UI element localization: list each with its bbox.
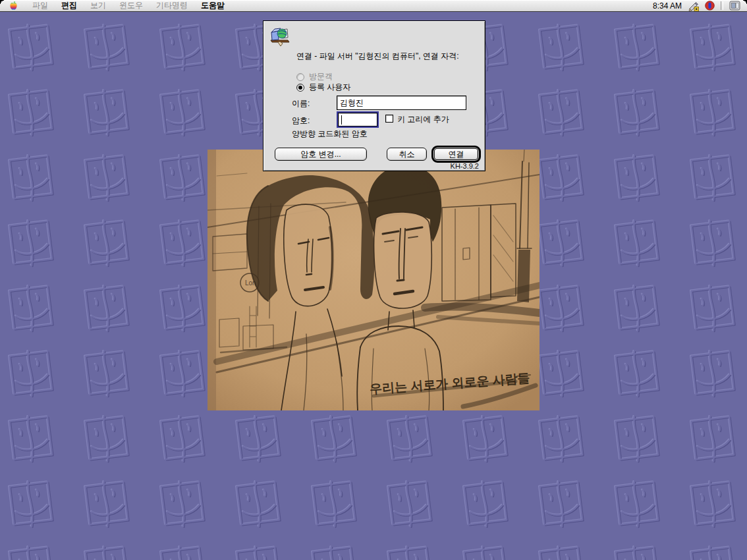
- menu-file: 파일: [26, 0, 55, 11]
- encryption-note: 양방향 코드화된 암호: [292, 128, 368, 140]
- artwork-image[interactable]: Lon 우리는 서로가 외로운 사람들: [208, 150, 540, 410]
- sketch-bubble-text: Lon: [245, 279, 256, 287]
- version-text: KH-3.9.2: [451, 162, 479, 170]
- password-label: 암호:: [292, 115, 310, 126]
- guest-radio: [296, 73, 304, 81]
- apple-logo-icon: [9, 1, 18, 11]
- tray-separator: [721, 1, 723, 10]
- paper-edge-shadow: [208, 150, 216, 410]
- password-input[interactable]: [338, 113, 377, 126]
- menu-window: 윈도우: [113, 0, 150, 11]
- change-password-button[interactable]: 암호 변경...: [275, 148, 367, 161]
- file-server-icon: [269, 26, 291, 47]
- dialog-title-text: 연결 - 파일 서버 "김형진의 컴퓨터", 연결 자격:: [296, 51, 482, 61]
- screen-corner-left: [0, 0, 4, 4]
- menu-special: 기타명령: [150, 0, 194, 11]
- application-menu-icon[interactable]: [729, 1, 740, 11]
- connect-dialog: 연결 - 파일 서버 "김형진의 컴퓨터", 연결 자격: 방문객 등록 사용자…: [263, 20, 485, 171]
- menu-help[interactable]: 도움말: [194, 0, 231, 11]
- menu-edit[interactable]: 편집: [55, 0, 84, 11]
- name-label: 이름:: [292, 98, 310, 109]
- radio-row-guest: 방문객: [296, 71, 333, 82]
- registered-user-radio[interactable]: [296, 84, 304, 92]
- guest-radio-label: 방문객: [309, 71, 333, 82]
- screen-corner-right: [743, 0, 747, 4]
- registered-user-radio-label: 등록 사용자: [309, 82, 350, 93]
- app-badge-icon[interactable]: [705, 1, 715, 11]
- menubar-tray: [688, 0, 747, 11]
- menu-bar: 파일 편집 보기 윈도우 기타명령 도움말 8:34 AM: [0, 0, 747, 12]
- cancel-button[interactable]: 취소: [387, 148, 427, 161]
- menubar-clock[interactable]: 8:34 AM: [646, 1, 688, 11]
- name-input[interactable]: [337, 96, 466, 110]
- default-button-ring: 연결: [431, 146, 481, 163]
- keychain-checkbox-label: 키 고리에 추가: [397, 114, 449, 125]
- connect-button[interactable]: 연결: [434, 148, 478, 160]
- input-method-pencil-icon[interactable]: [688, 1, 699, 11]
- keychain-checkbox[interactable]: [385, 115, 393, 123]
- menu-view: 보기: [84, 0, 113, 11]
- text-caret: [341, 115, 342, 125]
- radio-row-registered: 등록 사용자: [296, 82, 350, 93]
